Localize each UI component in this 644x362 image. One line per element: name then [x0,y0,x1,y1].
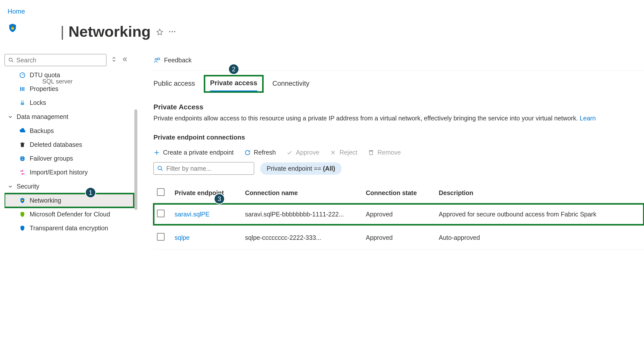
sidebar-item-label: DTU quota [30,71,60,79]
shield-lock-icon [19,225,26,232]
plus-icon [153,149,160,156]
pe-link[interactable]: saravi.sqlPE [175,211,210,218]
sidebar-item-label: Failover groups [30,155,73,162]
trash-icon [368,149,374,156]
annotation-badge-3: 3 [214,193,225,204]
private-access-description: Private endpoints allow access to this r… [153,115,644,122]
resource-icon [8,23,18,33]
row-checkbox[interactable] [157,210,165,217]
sidebar-item-label: Import/Export history [30,169,88,176]
sidebar-item-defender[interactable]: Microsoft Defender for Cloud [5,207,134,221]
sidebar-item-locks[interactable]: Locks [5,96,134,110]
connection-name-cell: sqlpe-cccccccc-2222-333... [242,226,362,249]
sidebar-item-networking[interactable]: 1 Networking [5,194,134,207]
sidebar-item-failover-groups[interactable]: Failover groups [5,152,134,165]
scrollbar-thumb[interactable] [134,109,137,210]
sidebar-group-label: Data management [17,113,68,120]
sidebar-item-dtu-quota[interactable]: DTU quota [5,68,134,82]
private-access-heading: Private Access [153,103,644,111]
sidebar-item-label: Deleted databases [30,141,82,148]
sidebar-item-properties[interactable]: Properties [5,82,134,96]
annotation-badge-2: 2 [228,64,239,75]
pe-toolbar: Create a private endpoint Refresh Approv… [153,146,644,159]
table-row[interactable]: sqlpe sqlpe-cccccccc-2222-333... Approve… [153,226,644,249]
person-feedback-icon [153,57,160,64]
search-icon [8,57,14,63]
sidebar-item-import-export[interactable]: Import/Export history [5,165,134,179]
remove-button: Remove [368,149,401,156]
sidebar-item-label: Microsoft Defender for Cloud [30,211,110,218]
column-header-pe[interactable]: Private endpoint 3 [171,183,242,203]
pe-link[interactable]: sqlpe [175,234,190,241]
refresh-button[interactable]: Refresh [244,149,276,156]
connection-name-cell: saravi.sqlPE-bbbbbbbb-1111-222... [242,203,362,226]
learn-more-link[interactable]: Learn [580,115,596,122]
svg-rect-6 [22,87,23,91]
globe-icon [19,155,26,162]
checkmark-icon [286,149,293,156]
sidebar-item-deleted-databases[interactable]: Deleted databases [5,138,134,152]
sidebar-item-label: Properties [30,85,58,93]
feedback-button[interactable]: Feedback [153,54,644,70]
import-export-icon [19,169,26,176]
tab-private-access[interactable]: Private access [210,76,257,92]
page-title: | Networking ··· [23,23,636,40]
sidebar-item-label: Backups [30,127,54,134]
reject-button: Reject [330,149,357,156]
gauge-icon [19,72,26,78]
svg-point-11 [22,199,23,201]
collapse-sidebar-icon[interactable] [122,56,130,64]
search-icon [157,165,163,171]
approve-button: Approve [286,149,319,156]
favorite-star-icon[interactable] [156,25,163,38]
sidebar-search-input[interactable] [16,57,103,64]
title-separator: | [60,23,64,40]
column-header-connection[interactable]: Connection name [242,183,362,203]
svg-rect-8 [21,102,24,105]
x-icon [330,149,336,156]
filter-pill-pe[interactable]: Private endpoint == (All) [260,162,342,175]
select-all-checkbox[interactable] [157,188,165,196]
sidebar-item-label: Networking [30,197,61,204]
cloud-icon [19,128,26,134]
filter-by-name[interactable] [153,162,254,175]
sidebar-group-security[interactable]: Security [5,179,134,194]
feedback-label: Feedback [164,57,192,64]
sidebar-item-label: Locks [30,99,46,106]
sidebar-search[interactable] [5,54,106,66]
connection-state-cell: Approved [362,203,435,226]
tab-public-access[interactable]: Public access [153,77,195,92]
svg-point-2 [9,58,12,61]
sidebar-item-backups[interactable]: Backups [5,124,134,138]
svg-point-12 [155,58,157,60]
trash-icon [19,142,26,148]
tab-connectivity[interactable]: Connectivity [272,77,309,92]
sidebar-group-data-management[interactable]: Data management [5,110,134,124]
annotation-badge-1: 1 [85,187,96,198]
description-cell: Auto-approved [435,226,644,249]
svg-rect-5 [20,87,21,91]
sort-icon[interactable] [111,56,117,64]
pe-connections-heading: Private endpoint connections [153,133,644,141]
more-icon[interactable]: ··· [169,28,176,36]
sidebar-item-label: Transparent data encryption [30,224,108,232]
defender-icon [19,211,26,218]
shield-icon [19,197,26,204]
properties-icon [19,86,26,92]
sidebar-scrollbar[interactable] [134,59,137,268]
svg-line-14 [161,169,163,171]
filter-input[interactable] [166,165,250,172]
pe-connections-table: Private endpoint 3 Connection name Conne… [153,183,644,249]
breadcrumb-home-link[interactable]: Home [8,8,25,15]
table-row[interactable]: saravi.sqlPE saravi.sqlPE-bbbbbbbb-1111-… [153,203,644,226]
svg-rect-7 [23,87,24,91]
svg-point-13 [158,166,162,170]
column-header-state[interactable]: Connection state [362,183,435,203]
column-header-description[interactable]: Description [435,183,644,203]
chevron-down-icon [8,184,13,189]
sidebar-item-tde[interactable]: Transparent data encryption [5,221,134,235]
title-text: Networking [68,23,151,40]
create-pe-button[interactable]: Create a private endpoint [153,149,234,156]
row-checkbox[interactable] [157,233,165,241]
connection-state-cell: Approved [362,226,435,249]
